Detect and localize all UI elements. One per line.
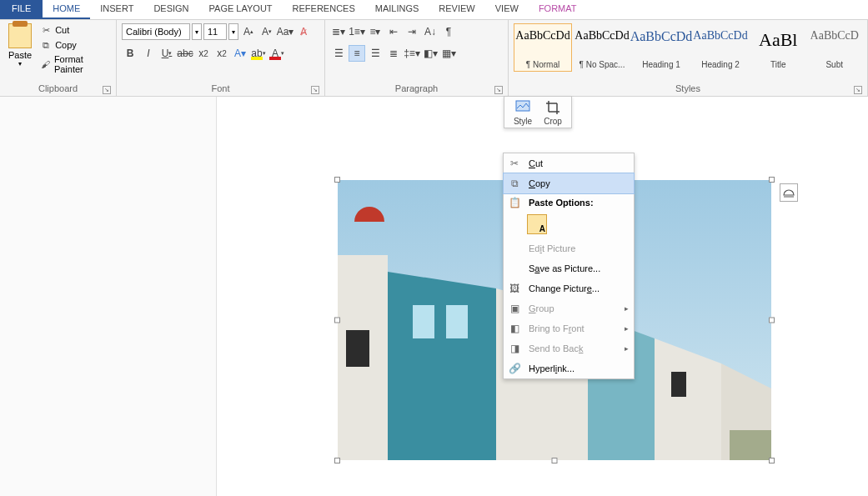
numbering-button[interactable]: 1≡▾ [349, 23, 365, 40]
copy-button[interactable]: ⧉ Copy [38, 38, 111, 52]
grow-font-button[interactable]: A▴ [240, 23, 257, 40]
ctx-hyperlink-label: Hyperlink... [529, 363, 574, 373]
mini-style-button[interactable]: Style [508, 99, 538, 127]
clear-formatting-button[interactable]: A̷ [295, 23, 312, 40]
change-picture-icon: 🖼 [507, 283, 522, 294]
ctx-copy[interactable]: ⧉ Copy [504, 173, 634, 193]
font-color-button[interactable]: A▾ [268, 45, 285, 62]
resize-handle-w[interactable] [334, 318, 340, 323]
svg-rect-7 [346, 330, 369, 367]
ctx-save-as-picture[interactable]: Save as Picture... [504, 258, 634, 278]
tab-references[interactable]: REFERENCES [283, 0, 365, 19]
font-group-label: Font ↘ [122, 82, 319, 96]
font-name-select[interactable]: Calibri (Body) [122, 23, 190, 40]
show-hide-button[interactable]: ¶ [440, 23, 457, 40]
copy-icon: ⧉ [40, 39, 52, 51]
document-area: ⟳ [0, 97, 868, 496]
style-name: ¶ Normal [516, 60, 569, 69]
resize-handle-ne[interactable] [769, 177, 775, 183]
resize-handle-se[interactable] [769, 458, 775, 463]
multilevel-list-button[interactable]: ≡▾ [367, 23, 384, 40]
justify-button[interactable]: ≣ [385, 45, 402, 62]
align-left-button[interactable]: ☰ [330, 45, 347, 62]
styles-group-label: Styles ↘ [514, 82, 862, 96]
copy-icon: ⧉ [507, 178, 522, 189]
underline-button[interactable]: U▾ [158, 45, 175, 62]
style-normal[interactable]: AaBbCcDd ¶ Normal [514, 23, 572, 72]
ctx-hyperlink[interactable]: 🔗 Hyperlink... [504, 358, 634, 378]
styles-launcher[interactable]: ↘ [854, 86, 862, 94]
group-icon: ▣ [507, 303, 522, 314]
ctx-cut[interactable]: ✂ Cut [504, 153, 634, 173]
style-no-spacing[interactable]: AaBbCcDd ¶ No Spac... [573, 23, 631, 72]
resize-handle-e[interactable] [769, 318, 775, 323]
ctx-edit-picture-label: Edit Picture [529, 243, 575, 253]
tab-insert[interactable]: INSERT [90, 0, 143, 19]
cut-button[interactable]: ✂ Cut [38, 23, 111, 37]
style-title[interactable]: AaBl Title [750, 23, 806, 72]
borders-button[interactable]: ▦▾ [440, 45, 457, 62]
increase-indent-button[interactable]: ⇥ [404, 23, 420, 40]
mini-crop-button[interactable]: Crop [538, 99, 568, 127]
resize-handle-sw[interactable] [334, 458, 340, 463]
line-spacing-button[interactable]: ‡≡▾ [404, 45, 420, 62]
scissors-icon: ✂ [40, 24, 52, 36]
bold-button[interactable]: B [122, 45, 138, 62]
style-heading-2[interactable]: AaBbCcDd Heading 2 [691, 23, 750, 72]
clipboard-launcher[interactable]: ↘ [103, 86, 111, 94]
paragraph-launcher[interactable]: ↘ [494, 86, 503, 94]
ctx-group-label: Group [529, 303, 554, 313]
clipboard-icon: 📋 [507, 197, 522, 208]
superscript-button[interactable]: x2 [213, 45, 230, 62]
tab-view[interactable]: VIEW [485, 0, 529, 19]
layout-options-button[interactable] [780, 183, 798, 202]
context-menu: ✂ Cut ⧉ Copy 📋 Paste Options: A Edit Pic… [503, 153, 635, 379]
style-subtitle[interactable]: AaBbCcD Subt [807, 23, 863, 72]
copy-label: Copy [55, 40, 77, 50]
format-painter-button[interactable]: 🖌 Format Painter [38, 53, 111, 75]
ctx-paste-options: A [504, 212, 634, 238]
text-effects-button[interactable]: A▾ [232, 45, 248, 62]
shading-button[interactable]: ◧▾ [422, 45, 439, 62]
paragraph-group-label: Paragraph ↘ [330, 82, 503, 96]
chevron-right-icon: ▸ [625, 324, 629, 333]
tab-review[interactable]: REVIEW [429, 0, 484, 19]
align-center-button[interactable]: ≡ [349, 45, 365, 62]
tab-mailings[interactable]: MAILINGS [365, 0, 429, 19]
resize-handle-s[interactable] [552, 458, 558, 463]
style-heading-1[interactable]: AaBbCcDd Heading 1 [632, 23, 690, 72]
sort-button[interactable]: A↓ [422, 23, 439, 40]
shrink-font-button[interactable]: A▾ [258, 23, 275, 40]
bullets-button[interactable]: ≣▾ [330, 23, 347, 40]
tab-format[interactable]: FORMAT [529, 0, 587, 19]
svg-rect-14 [730, 430, 771, 460]
change-case-button[interactable]: Aa▾ [277, 23, 294, 40]
paintbrush-icon: 🖌 [40, 58, 51, 70]
tab-design[interactable]: DESIGN [143, 0, 198, 19]
font-size-input[interactable]: 11 [203, 23, 227, 40]
svg-rect-9 [446, 305, 468, 338]
ctx-cut-label: Cut [529, 158, 543, 168]
tab-page-layout[interactable]: PAGE LAYOUT [199, 0, 283, 19]
svg-rect-8 [413, 305, 434, 338]
svg-rect-16 [516, 101, 529, 111]
font-name-dropdown[interactable]: ▾ [192, 23, 202, 40]
subscript-button[interactable]: x2 [195, 45, 212, 62]
italic-button[interactable]: I [140, 45, 157, 62]
font-size-dropdown[interactable]: ▾ [228, 23, 238, 40]
tab-file[interactable]: FILE [0, 0, 43, 19]
tab-home[interactable]: HOME [43, 0, 90, 19]
strikethrough-button[interactable]: abc [177, 45, 193, 62]
send-back-icon: ◨ [507, 343, 522, 354]
decrease-indent-button[interactable]: ⇤ [385, 23, 402, 40]
navigation-pane [0, 97, 217, 496]
paste-button[interactable]: Paste ▾ [5, 22, 35, 69]
ctx-change-picture[interactable]: 🖼 Change Picture... [504, 278, 634, 298]
resize-handle-nw[interactable] [334, 177, 340, 183]
align-right-button[interactable]: ☰ [367, 45, 384, 62]
font-launcher[interactable]: ↘ [311, 86, 319, 94]
style-preview: AaBbCcDd [515, 29, 569, 43]
svg-rect-13 [671, 372, 686, 397]
highlight-button[interactable]: ab▾ [250, 45, 267, 62]
ctx-paste-keep-source[interactable]: A [527, 214, 547, 234]
